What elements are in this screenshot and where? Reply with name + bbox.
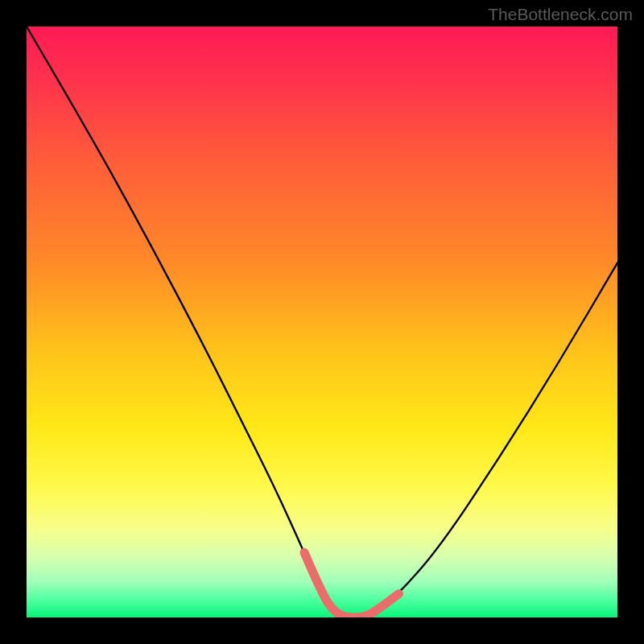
curve-svg: [27, 27, 617, 617]
chart-frame: [27, 27, 617, 617]
watermark-text: TheBottleneck.com: [488, 5, 633, 24]
minimum-band-highlight: [304, 552, 398, 617]
bottleneck-curve: [27, 27, 617, 617]
